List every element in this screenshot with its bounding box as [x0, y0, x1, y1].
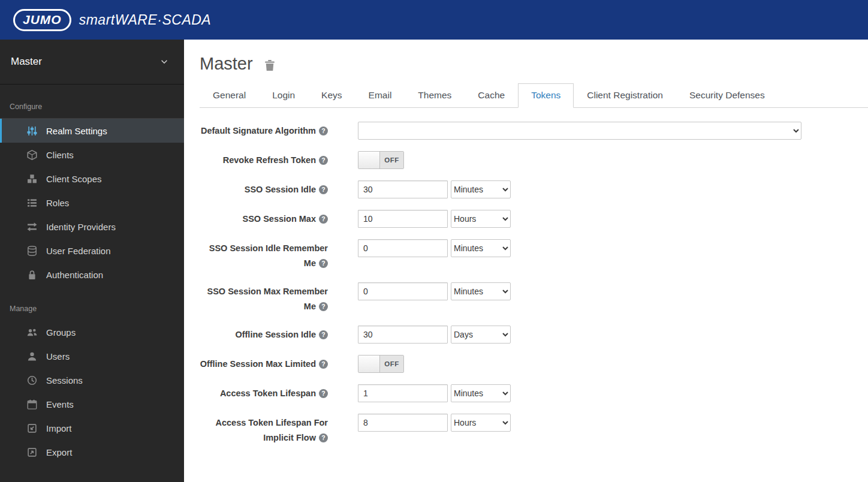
revoke-refresh-token-toggle[interactable]: OFF	[358, 151, 404, 169]
toggle-handle	[358, 356, 380, 372]
help-icon: ?	[319, 156, 328, 165]
offline-session-max-limited-toggle[interactable]: OFF	[358, 355, 404, 373]
nav-section-title: Manage	[0, 287, 184, 320]
tab-security-defenses[interactable]: Security Defenses	[676, 83, 778, 108]
sliders-icon	[27, 126, 38, 136]
tab-client-registration[interactable]: Client Registration	[574, 83, 676, 108]
field-label-text: Access Token Lifespan	[220, 388, 316, 398]
help-icon: ?	[319, 433, 328, 442]
field-label-text: Revoke Refresh Token	[223, 155, 316, 165]
sidebar-item-label: Roles	[46, 198, 69, 208]
jumo-logo: JUMO	[13, 9, 71, 31]
field-label: Access Token Lifespan For Implicit Flow?	[200, 415, 328, 445]
main-content: Master GeneralLoginKeysEmailThemesCacheT…	[184, 40, 868, 482]
sidebar: Master ConfigureRealm SettingsClientsCli…	[0, 40, 184, 482]
sidebar-item-events[interactable]: Events	[0, 392, 184, 416]
access-token-lifespan-unit-select[interactable]: Minutes	[451, 384, 511, 402]
database-icon	[27, 246, 38, 256]
field-label: SSO Session Idle?	[200, 182, 328, 197]
sso-session-idle-input[interactable]	[358, 180, 448, 198]
help-icon: ?	[319, 259, 328, 268]
tab-themes[interactable]: Themes	[405, 83, 465, 108]
offline-session-idle-unit-select[interactable]: Days	[451, 326, 511, 344]
help-icon: ?	[319, 126, 328, 135]
nav-section-title: Configure	[0, 85, 184, 119]
sidebar-item-sessions[interactable]: Sessions	[0, 368, 184, 392]
field-label-text: Offline Session Idle	[235, 330, 316, 339]
sidebar-item-roles[interactable]: Roles	[0, 191, 184, 215]
tab-bar: GeneralLoginKeysEmailThemesCacheTokensCl…	[200, 83, 868, 108]
access-token-lifespan-input[interactable]	[358, 384, 448, 402]
top-bar: JUMO smartWARE·SCADA	[0, 0, 868, 40]
field-label-text: Default Signature Algorithm	[201, 126, 316, 135]
field-label: Offline Session Idle?	[200, 327, 328, 342]
sidebar-item-identity-providers[interactable]: Identity Providers	[0, 215, 184, 239]
form-row-offline-session-idle: Offline Session Idle?Days	[200, 327, 868, 344]
sso-session-max-unit-select[interactable]: Hours	[451, 210, 511, 228]
field-control: Hours	[358, 210, 511, 228]
field-control: Minutes	[358, 384, 511, 402]
cube-icon	[27, 150, 38, 160]
sidebar-item-label: Import	[46, 423, 72, 433]
nav-section-manage: ManageGroupsUsersSessionsEventsImportExp…	[0, 287, 184, 464]
sidebar-item-label: Realm Settings	[46, 126, 107, 136]
sidebar-item-client-scopes[interactable]: Client Scopes	[0, 167, 184, 191]
tab-login[interactable]: Login	[259, 83, 308, 108]
export-icon	[27, 447, 38, 457]
sidebar-item-label: Authentication	[46, 270, 103, 280]
form-row-access-token-lifespan-for-implicit-flow: Access Token Lifespan For Implicit Flow?…	[200, 415, 868, 445]
settings-form: Default Signature Algorithm?Revoke Refre…	[200, 123, 868, 445]
access-token-lifespan-for-implicit-flow-unit-select[interactable]: Hours	[451, 414, 511, 432]
offline-session-idle-input[interactable]	[358, 326, 448, 344]
clock-icon	[27, 375, 38, 385]
sidebar-item-label: User Federation	[46, 246, 111, 256]
default-signature-algorithm-select[interactable]	[358, 122, 801, 140]
sidebar-item-label: Clients	[46, 150, 74, 160]
sidebar-item-groups[interactable]: Groups	[0, 320, 184, 344]
field-label: Offline Session Max Limited?	[200, 357, 328, 372]
cubes-icon	[27, 174, 38, 184]
field-control: Minutes	[358, 282, 511, 300]
sidebar-item-user-federation[interactable]: User Federation	[0, 239, 184, 263]
import-icon	[27, 423, 38, 433]
list-icon	[27, 198, 38, 208]
sidebar-item-export[interactable]: Export	[0, 440, 184, 464]
sso-session-max-remember-me-input[interactable]	[358, 282, 448, 300]
sso-session-idle-remember-me-input[interactable]	[358, 239, 448, 257]
access-token-lifespan-for-implicit-flow-input[interactable]	[358, 414, 448, 432]
sso-session-max-remember-me-unit-select[interactable]: Minutes	[451, 282, 511, 300]
sidebar-item-users[interactable]: Users	[0, 344, 184, 368]
help-icon: ?	[319, 360, 328, 369]
field-label: SSO Session Max?	[200, 212, 328, 227]
calendar-icon	[27, 399, 38, 409]
sidebar-item-import[interactable]: Import	[0, 416, 184, 440]
form-row-revoke-refresh-token: Revoke Refresh Token?OFF	[200, 153, 868, 169]
field-label-text: SSO Session Max Remember Me	[207, 287, 328, 311]
product-name: smartWARE·SCADA	[79, 12, 212, 28]
sidebar-item-realm-settings[interactable]: Realm Settings	[0, 119, 184, 143]
sidebar-item-clients[interactable]: Clients	[0, 143, 184, 167]
tab-keys[interactable]: Keys	[308, 83, 355, 108]
tab-email[interactable]: Email	[355, 83, 405, 108]
chevron-down-icon	[160, 58, 168, 66]
trash-icon[interactable]	[264, 59, 276, 72]
tab-general[interactable]: General	[200, 83, 259, 108]
form-row-offline-session-max-limited: Offline Session Max Limited?OFF	[200, 357, 868, 373]
user-icon	[27, 351, 38, 362]
sso-session-idle-remember-me-unit-select[interactable]: Minutes	[451, 239, 511, 257]
sidebar-item-authentication[interactable]: Authentication	[0, 263, 184, 287]
field-label: Default Signature Algorithm?	[200, 123, 328, 138]
form-row-access-token-lifespan: Access Token Lifespan?Minutes	[200, 386, 868, 402]
sso-session-idle-unit-select[interactable]: Minutes	[451, 180, 511, 198]
tab-cache[interactable]: Cache	[465, 83, 518, 108]
field-control: Days	[358, 326, 511, 344]
help-icon: ?	[319, 330, 328, 339]
tab-tokens[interactable]: Tokens	[518, 83, 574, 108]
realm-selector[interactable]: Master	[0, 40, 184, 85]
sso-session-max-input[interactable]	[358, 210, 448, 228]
field-label-text: SSO Session Max	[243, 214, 317, 224]
form-row-sso-session-idle: SSO Session Idle?Minutes	[200, 182, 868, 198]
sidebar-item-label: Groups	[46, 327, 76, 338]
help-icon: ?	[319, 215, 328, 224]
toggle-state-label: OFF	[380, 152, 403, 168]
